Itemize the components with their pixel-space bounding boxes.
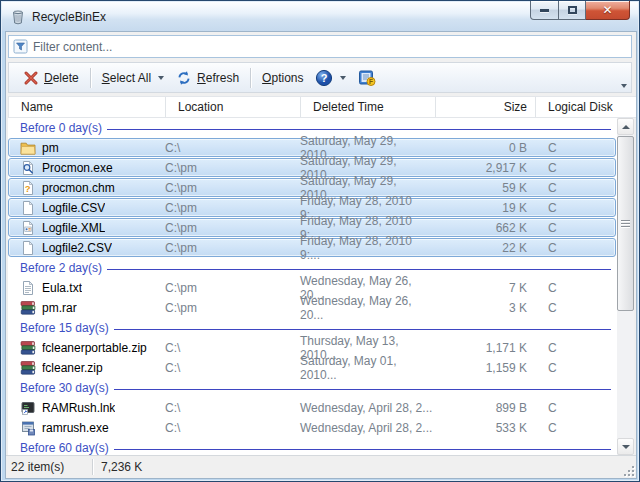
cell-location: C:\ <box>165 361 300 375</box>
cell-name: fcleanerportable.zip <box>20 340 165 356</box>
cell-name: Logfile.XML <box>20 220 165 236</box>
scrollbar-thumb[interactable] <box>617 136 634 311</box>
cell-location: C:\pm <box>165 221 300 235</box>
cell-name: fcleaner.zip <box>20 360 165 376</box>
file-name: ramrush.exe <box>42 421 109 435</box>
group-header-label: Before 0 day(s) <box>20 121 102 135</box>
group-header-line <box>114 449 611 450</box>
file-name: Eula.txt <box>42 281 82 295</box>
minimize-icon <box>540 9 549 12</box>
group-header-label: Before 30 day(s) <box>20 381 109 395</box>
chm-help-icon: ? <box>20 180 36 196</box>
cell-name: Logfile.CSV <box>20 200 165 216</box>
file-name: Logfile.XML <box>42 221 105 235</box>
cell-name: ? procmon.chm <box>20 180 165 196</box>
select-all-label: Select All <box>102 71 151 85</box>
cell-size: 0 B <box>435 141 535 155</box>
cell-deleted-time: Saturday, May 01, 2010... <box>300 354 435 382</box>
chevron-down-icon <box>340 76 346 80</box>
options-button[interactable]: Options <box>256 68 309 88</box>
cell-size: 662 K <box>435 221 535 235</box>
cell-location: C:\pm <box>165 241 300 255</box>
column-header-location[interactable]: Location <box>166 97 301 117</box>
cell-location: C:\pm <box>165 201 300 215</box>
table-header: Name Location Deleted Time Size Logical … <box>8 96 636 118</box>
filter-input[interactable] <box>33 40 631 54</box>
help-icon: ? <box>315 69 333 87</box>
toolbar-separator <box>250 68 251 88</box>
scroll-down-button[interactable] <box>617 438 634 455</box>
titlebar[interactable]: RecycleBinEx ✕ <box>2 2 638 31</box>
column-header-deleted-time[interactable]: Deleted Time <box>301 97 436 117</box>
close-button[interactable]: ✕ <box>586 1 630 20</box>
group-header-line <box>107 269 611 270</box>
column-header-size[interactable]: Size <box>436 97 536 117</box>
maximize-button[interactable] <box>559 1 586 20</box>
help-button[interactable]: ? <box>309 66 352 90</box>
arrow-down-icon <box>622 445 630 449</box>
cell-name: Eula.txt <box>20 280 165 296</box>
group-header-line <box>114 389 611 390</box>
table-row[interactable]: pm.rar C:\pm Wednesday, May 26, 20... 3 … <box>8 298 617 318</box>
cell-logical-disk: C <box>535 301 557 315</box>
vertical-scrollbar[interactable] <box>617 118 634 455</box>
cell-deleted-time: Wednesday, April 28, 2... <box>300 401 435 415</box>
cell-size: 19 K <box>435 201 535 215</box>
delete-label: Delete <box>44 71 79 85</box>
cell-location: C:\pm <box>165 161 300 175</box>
svg-text:F: F <box>369 78 373 85</box>
cell-logical-disk: C <box>535 361 557 375</box>
table-row[interactable]: fcleaner.zip C:\ Saturday, May 01, 2010.… <box>8 358 617 378</box>
cell-deleted-time: Friday, May 28, 2010 9:... <box>300 234 435 262</box>
select-all-button[interactable]: Select All <box>96 68 170 88</box>
toolbar-overflow-button[interactable] <box>621 84 627 88</box>
toolbar-separator <box>90 68 91 88</box>
csv-file-icon <box>20 200 36 216</box>
exe-installer-icon <box>20 420 36 436</box>
lnk-shortcut-icon <box>20 400 36 416</box>
status-item-count: 22 item(s) <box>6 460 92 474</box>
cell-logical-disk: C <box>535 401 557 415</box>
file-name: Logfile2.CSV <box>42 241 112 255</box>
cell-location: C:\ <box>165 421 300 435</box>
group-header-label: Before 2 day(s) <box>20 261 102 275</box>
caption-buttons: ✕ <box>530 1 630 20</box>
resize-grip[interactable] <box>621 463 634 476</box>
group-header[interactable]: Before 60 day(s) <box>8 438 617 455</box>
xml-file-icon <box>20 220 36 236</box>
refresh-button[interactable]: Refresh <box>170 67 245 89</box>
procmon-app-icon <box>20 160 36 176</box>
cell-name: Logfile2.CSV <box>20 240 165 256</box>
table-row[interactable]: Logfile2.CSV C:\pm Friday, May 28, 2010 … <box>8 238 617 258</box>
cell-location: C:\ <box>165 141 300 155</box>
close-icon: ✕ <box>602 4 612 16</box>
file-name: Logfile.CSV <box>42 201 105 215</box>
table-row[interactable]: ramrush.exe C:\ Wednesday, April 28, 2..… <box>8 418 617 438</box>
zip-archive-icon <box>20 360 36 376</box>
refresh-label: Refresh <box>197 71 239 85</box>
file-name: fcleaner.zip <box>42 361 103 375</box>
cell-size: 533 K <box>435 421 535 435</box>
toolbar: Delete Select All Refresh <box>8 62 632 93</box>
cell-size: 2,917 K <box>435 161 535 175</box>
cell-size: 899 B <box>435 401 535 415</box>
cell-deleted-time: Wednesday, April 28, 2... <box>300 421 435 435</box>
table-row[interactable]: RAMRush.lnk C:\ Wednesday, April 28, 2..… <box>8 398 617 418</box>
minimize-button[interactable] <box>530 1 559 20</box>
cell-name: Procmon.exe <box>20 160 165 176</box>
delete-icon <box>23 70 39 86</box>
delete-button[interactable]: Delete <box>17 67 85 89</box>
filter-box <box>8 35 632 58</box>
status-bar: 22 item(s) 7,236 K <box>6 455 636 478</box>
file-name: Procmon.exe <box>42 161 113 175</box>
scroll-up-button[interactable] <box>617 118 634 135</box>
cell-name: ramrush.exe <box>20 420 165 436</box>
column-header-name[interactable]: Name <box>9 97 166 117</box>
feedback-button[interactable]: F <box>352 66 382 90</box>
column-header-logical-disk[interactable]: Logical Disk <box>536 97 635 117</box>
cell-name: RAMRush.lnk <box>20 400 165 416</box>
window: RecycleBinEx ✕ <box>0 0 640 482</box>
status-total-size: 7,236 K <box>101 460 142 474</box>
cell-logical-disk: C <box>535 241 557 255</box>
status-separator <box>92 459 93 475</box>
